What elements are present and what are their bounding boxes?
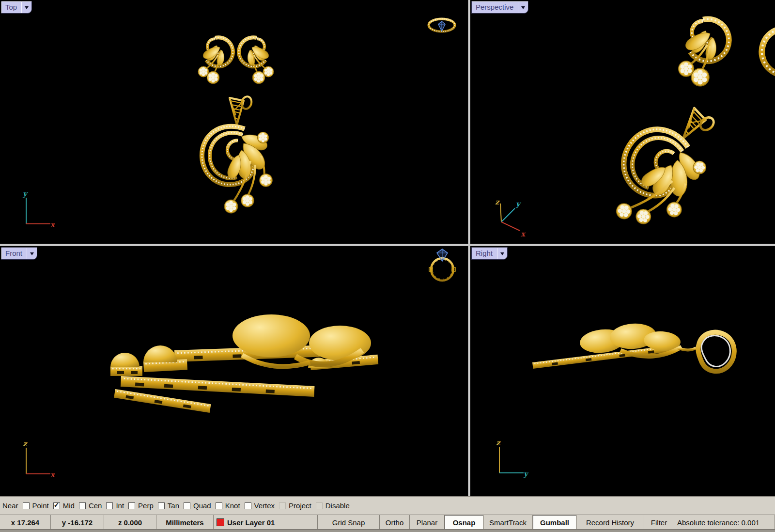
osnap-int[interactable]: Int (106, 501, 124, 510)
active-layer-selector[interactable]: User Layer 01 (214, 515, 318, 530)
chevron-down-icon (25, 6, 29, 11)
coordinate-x-readout: x 17.264 (0, 515, 51, 530)
viewport-divider-horizontal[interactable] (0, 244, 775, 246)
viewport-title-front: Front (1, 248, 27, 259)
viewport-perspective[interactable]: Perspective z y x (470, 0, 775, 244)
osnap-toolbar: Near Point Mid Cen Int Perp Tan Quad Kno… (0, 497, 775, 515)
viewport-menu-button-perspective[interactable] (518, 1, 528, 13)
tolerance-readout: Absolute tolerance: 0.001 (674, 515, 775, 530)
osnap-mid-checkbox[interactable] (53, 502, 60, 509)
viewport-tab-top[interactable]: Top (1, 1, 32, 14)
layer-name: User Layer 01 (227, 518, 275, 527)
osnap-point-checkbox[interactable] (23, 502, 30, 509)
viewport-title-right: Right (472, 248, 497, 259)
osnap-point-label: Point (32, 501, 49, 510)
osnap-point[interactable]: Point (23, 501, 49, 510)
chevron-down-icon (30, 252, 34, 257)
perspective-view-canvas (470, 0, 775, 244)
status-panel: Near Point Mid Cen Int Perp Tan Quad Kno… (0, 496, 775, 532)
viewport-title-top: Top (1, 1, 21, 13)
viewport-top[interactable]: Top y x (0, 0, 468, 244)
earring-right-model-perspective[interactable] (762, 29, 775, 103)
osnap-int-checkbox[interactable] (106, 502, 113, 509)
osnap-tan[interactable]: Tan (158, 501, 179, 510)
pendant-model-perspective[interactable] (592, 87, 736, 244)
filter-toggle[interactable]: Filter (644, 515, 674, 530)
osnap-vertex-checkbox[interactable] (245, 502, 251, 509)
osnap-vertex[interactable]: Vertex (245, 501, 275, 510)
viewport-tab-perspective[interactable]: Perspective (471, 1, 528, 14)
osnap-int-label: Int (116, 501, 124, 510)
osnap-knot[interactable]: Knot (216, 501, 240, 510)
layer-color-swatch (217, 518, 224, 526)
top-view-canvas (0, 0, 468, 244)
viewport-divider-vertical[interactable] (468, 0, 470, 496)
osnap-disable[interactable]: Disable (316, 501, 350, 510)
earring-left-model-top-view[interactable] (198, 37, 233, 83)
viewport-menu-button-right[interactable] (497, 248, 507, 259)
osnap-tan-checkbox[interactable] (158, 502, 165, 509)
osnap-quad-label: Quad (193, 501, 211, 510)
osnap-perp[interactable]: Perp (128, 501, 154, 510)
rhino-window: Top y x Perspective (0, 0, 775, 532)
osnap-near[interactable]: Near (2, 501, 18, 510)
status-bar: x 17.264 y -16.172 z 0.000 Millimeters U… (0, 515, 775, 530)
osnap-cen-label: Cen (89, 501, 102, 510)
osnap-vertex-label: Vertex (254, 501, 275, 510)
viewport-tab-right[interactable]: Right (471, 247, 508, 260)
osnap-disable-label: Disable (326, 501, 350, 510)
osnap-perp-label: Perp (138, 501, 154, 510)
osnap-project-checkbox[interactable] (279, 502, 286, 509)
chevron-down-icon (500, 252, 504, 257)
front-view-canvas (0, 246, 468, 496)
osnap-near-label: Near (2, 501, 18, 510)
osnap-tan-label: Tan (168, 501, 179, 510)
earring-right-model-top-view[interactable] (239, 37, 274, 83)
smarttrack-toggle[interactable]: SmartTrack (483, 515, 533, 530)
earring-left-model-perspective[interactable] (679, 19, 729, 86)
osnap-mid[interactable]: Mid (53, 501, 75, 510)
osnap-cen[interactable]: Cen (79, 501, 102, 510)
ring-model-front-view[interactable] (429, 249, 455, 281)
viewport-front[interactable]: Front z x (0, 246, 468, 496)
planar-toggle[interactable]: Planar (410, 515, 445, 530)
osnap-knot-label: Knot (225, 501, 240, 510)
record-history-toggle[interactable]: Record History (576, 515, 644, 530)
osnap-knot-checkbox[interactable] (216, 502, 222, 509)
pendant-model-top-view[interactable] (202, 95, 272, 213)
chevron-down-icon (521, 6, 525, 11)
pendant-model-right-view[interactable] (532, 322, 734, 372)
window-bottom-edge (0, 529, 775, 532)
viewport-menu-button-top[interactable] (21, 1, 31, 13)
coordinate-z-readout: z 0.000 (104, 515, 156, 530)
osnap-perp-checkbox[interactable] (128, 502, 135, 509)
osnap-project-label: Project (289, 501, 311, 510)
osnap-disable-checkbox[interactable] (316, 502, 323, 509)
units-readout[interactable]: Millimeters (156, 515, 214, 530)
gumball-toggle[interactable]: Gumball (533, 515, 576, 530)
osnap-cen-checkbox[interactable] (79, 502, 86, 509)
pendant-model-front-view[interactable] (110, 314, 378, 413)
diamond-icon (438, 21, 445, 31)
right-view-canvas (470, 246, 775, 496)
viewport-tab-front[interactable]: Front (1, 247, 37, 260)
coordinate-y-readout: y -16.172 (51, 515, 104, 530)
ortho-toggle[interactable]: Ortho (380, 515, 410, 530)
osnap-quad-checkbox[interactable] (184, 502, 190, 509)
ring-model-top-view[interactable] (429, 19, 455, 31)
osnap-toggle[interactable]: Osnap (445, 515, 483, 530)
viewport-menu-button-front[interactable] (27, 248, 37, 259)
grid-snap-toggle[interactable]: Grid Snap (318, 515, 380, 530)
viewport-right[interactable]: Right z y (470, 246, 775, 496)
viewport-title-perspective: Perspective (472, 1, 518, 13)
osnap-mid-label: Mid (63, 501, 75, 510)
osnap-quad[interactable]: Quad (184, 501, 211, 510)
osnap-project[interactable]: Project (279, 501, 311, 510)
